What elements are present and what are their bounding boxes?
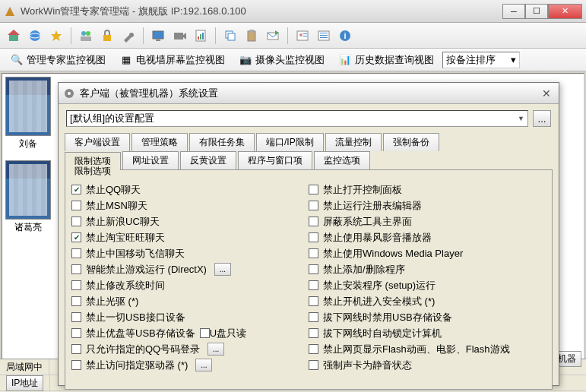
tab-端口/IP限制[interactable]: 端口/IP限制 xyxy=(256,133,324,151)
view-history-query[interactable]: 📊历史数据查询视图 xyxy=(333,51,439,69)
ellipsis-button[interactable]: ... xyxy=(214,263,231,276)
svg-point-7 xyxy=(86,31,90,36)
checkbox[interactable] xyxy=(309,312,318,322)
toolbar-wrench-icon[interactable] xyxy=(119,27,138,45)
checkbox[interactable] xyxy=(71,344,81,354)
toolbar-paste-icon[interactable] xyxy=(242,27,261,45)
window-title: WorkWin管理专家管理端 - 旗舰版 IP:192.168.0.100 xyxy=(21,5,502,18)
ip-address-button[interactable]: IP地址 xyxy=(6,375,43,391)
checkbox[interactable] xyxy=(309,280,318,290)
client-thumbnail[interactable]: 刘备 xyxy=(5,77,51,153)
svg-text:i: i xyxy=(344,31,346,40)
option-label: 禁止QQ聊天 xyxy=(86,183,141,197)
checkbox[interactable] xyxy=(309,185,318,194)
close-button[interactable]: ✕ xyxy=(548,4,582,19)
toolbar-home-icon[interactable] xyxy=(5,27,23,45)
option-label: 禁止安装程序 (setup)运行 xyxy=(323,279,436,292)
ellipsis-button[interactable]: ... xyxy=(207,343,224,356)
checkbox[interactable] xyxy=(200,328,210,338)
svg-rect-28 xyxy=(320,33,328,33)
tab-管理策略[interactable]: 管理策略 xyxy=(131,133,188,151)
toolbar-star-icon[interactable] xyxy=(47,27,65,45)
restriction-option: 禁止中国移动飞信聊天 xyxy=(71,245,309,261)
checkbox[interactable] xyxy=(309,296,318,306)
main-toolbar: i xyxy=(0,23,586,49)
client-thumbnail[interactable]: 诸葛亮 xyxy=(5,160,51,236)
toolbar-contact-icon[interactable] xyxy=(293,27,312,45)
tab-反黄设置[interactable]: 反黄设置 xyxy=(180,151,236,169)
checkbox[interactable] xyxy=(309,232,318,242)
option-label: 禁止修改系统时间 xyxy=(86,279,165,292)
browse-button[interactable]: ... xyxy=(533,110,551,127)
restriction-option: 禁止优盘等USB存储设备 U盘只读 xyxy=(71,325,309,341)
option-label: 禁止使用Windows Media Player xyxy=(323,247,463,261)
toolbar-report-icon[interactable] xyxy=(192,27,210,45)
tab-强制备份[interactable]: 强制备份 xyxy=(383,133,439,151)
svg-rect-29 xyxy=(320,35,328,36)
toolbar-camera-icon[interactable] xyxy=(170,27,188,45)
toolbar-lock-icon[interactable] xyxy=(98,27,116,45)
option-label: 只允许指定的QQ号码登录 xyxy=(86,343,200,356)
svg-point-6 xyxy=(81,31,86,36)
svg-marker-5 xyxy=(51,30,62,41)
svg-rect-16 xyxy=(200,34,201,40)
option-label: 强制声卡为静音状态 xyxy=(323,359,412,372)
tab-监控选项[interactable]: 监控选项 xyxy=(314,151,370,169)
lan-label: 局域网中 xyxy=(0,359,49,375)
toolbar-info-icon[interactable]: i xyxy=(336,27,354,45)
restriction-option: 禁止淘宝旺旺聊天 xyxy=(71,229,309,245)
checkbox[interactable] xyxy=(71,232,81,242)
restriction-option: 禁止使用Windows Media Player xyxy=(309,245,546,261)
ellipsis-button[interactable]: ... xyxy=(195,359,212,371)
view-camera-monitor[interactable]: 📷摄像头监控视图 xyxy=(233,51,330,69)
restriction-option: 禁止访问指定驱动器 (*)... xyxy=(71,357,309,373)
toolbar-send-icon[interactable] xyxy=(264,27,282,45)
checkbox[interactable] xyxy=(309,217,318,226)
checkbox[interactable] xyxy=(71,201,81,210)
tab-网址设置[interactable]: 网址设置 xyxy=(122,151,179,169)
checkbox[interactable] xyxy=(71,185,81,194)
option-label: 禁止光驱 (*) xyxy=(86,295,138,308)
checkbox[interactable] xyxy=(71,360,81,370)
checkbox[interactable] xyxy=(309,360,318,370)
option-label: 拔下网线时自动锁定计算机 xyxy=(323,327,442,340)
option-label: 屏蔽系统工具主界面 xyxy=(323,215,412,229)
checkbox[interactable] xyxy=(71,296,81,306)
toolbar-users-icon[interactable] xyxy=(77,27,95,45)
checkbox[interactable] xyxy=(71,248,81,258)
option-label: 拔下网线时禁用USB存储设备 xyxy=(323,311,452,324)
checkbox[interactable] xyxy=(71,328,81,338)
toolbar-list-icon[interactable] xyxy=(315,27,333,45)
config-group-dropdown[interactable]: [默认组]的设置配置▼ xyxy=(66,110,528,127)
tab-程序与窗口项[interactable]: 程序与窗口项 xyxy=(238,151,312,169)
tab-流量控制[interactable]: 流量控制 xyxy=(325,133,382,151)
checkbox[interactable] xyxy=(71,280,81,290)
svg-point-34 xyxy=(68,92,71,95)
dialog-close-icon[interactable]: ✕ xyxy=(539,87,554,100)
svg-rect-19 xyxy=(228,33,235,40)
checkbox[interactable] xyxy=(71,312,81,322)
checkbox[interactable] xyxy=(309,344,318,354)
checkbox[interactable] xyxy=(309,264,318,274)
svg-rect-1 xyxy=(9,35,18,41)
checkbox[interactable] xyxy=(309,201,318,210)
tab-有限任务集[interactable]: 有限任务集 xyxy=(189,133,255,151)
view-tvwall-monitor[interactable]: ▦电视墙屏幕监控视图 xyxy=(114,51,230,69)
toolbar-copy-icon[interactable] xyxy=(221,27,239,45)
view-expert-monitor[interactable]: 🔍管理专家监控视图 xyxy=(5,51,111,69)
chevron-down-icon: ▾ xyxy=(511,54,516,65)
checkbox[interactable] xyxy=(71,264,81,274)
restrictions-groupbox: 限制选项 禁止QQ聊天禁止MSN聊天禁止新浪UC聊天禁止淘宝旺旺聊天禁止中国移动… xyxy=(65,169,553,390)
minimize-button[interactable]: ─ xyxy=(502,4,525,19)
checkbox[interactable] xyxy=(71,217,81,226)
tab-客户端设置[interactable]: 客户端设置 xyxy=(65,133,130,151)
sort-dropdown[interactable]: 按备注排序▾ xyxy=(442,52,520,68)
restriction-option: 屏蔽系统工具主界面 xyxy=(309,213,546,229)
checkbox[interactable] xyxy=(309,328,318,338)
toolbar-screen-icon[interactable] xyxy=(149,27,167,45)
checkbox[interactable] xyxy=(309,248,318,258)
svg-rect-15 xyxy=(198,36,199,40)
svg-marker-2 xyxy=(8,30,20,35)
toolbar-globe-icon[interactable] xyxy=(26,27,44,45)
maximize-button[interactable]: ☐ xyxy=(525,4,548,19)
